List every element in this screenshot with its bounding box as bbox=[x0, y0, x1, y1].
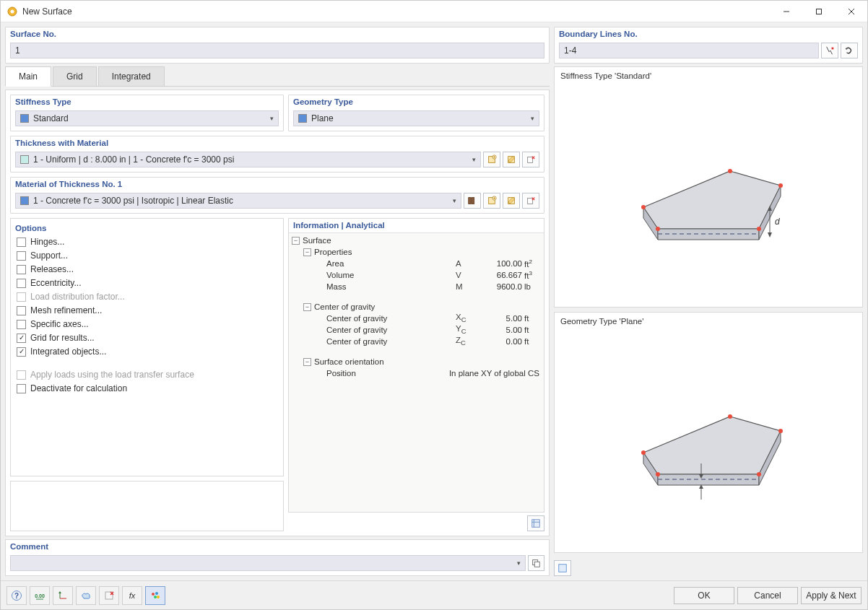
svg-marker-43 bbox=[643, 417, 781, 474]
option-releases[interactable]: Releases... bbox=[17, 264, 277, 274]
svg-point-69 bbox=[157, 596, 160, 598]
edit-thickness-button[interactable] bbox=[503, 152, 520, 167]
svg-point-38 bbox=[778, 183, 783, 188]
delete-thickness-button[interactable] bbox=[522, 152, 539, 167]
surface-no-group: Surface No. bbox=[5, 27, 550, 64]
information-box: Information | Analytical −Surface −Prope… bbox=[288, 218, 544, 513]
stiffness-type-combo[interactable]: Standard ▾ bbox=[15, 110, 279, 126]
information-tree[interactable]: −Surface −Properties AreaA100.00ft2 Volu… bbox=[289, 232, 544, 512]
svg-rect-30 bbox=[535, 562, 540, 567]
close-button[interactable] bbox=[835, 1, 867, 22]
colors-button[interactable] bbox=[145, 586, 165, 605]
preview-settings-button[interactable] bbox=[554, 560, 571, 576]
tab-main[interactable]: Main bbox=[5, 66, 51, 87]
collapse-icon[interactable]: − bbox=[303, 358, 311, 366]
option-hinges[interactable]: Hinges... bbox=[17, 237, 277, 247]
option-load-dist-label: Load distribution factor... bbox=[30, 292, 125, 302]
collapse-icon[interactable]: − bbox=[303, 248, 311, 256]
geometry-preview-title: Geometry Type 'Plane' bbox=[559, 315, 858, 327]
boundary-lines-label: Boundary Lines No. bbox=[555, 27, 862, 40]
tree-cog-z-row: Center of gravityZC0.00ft bbox=[289, 336, 544, 347]
pick-lines-button[interactable] bbox=[821, 43, 838, 58]
collapse-icon[interactable]: − bbox=[292, 237, 300, 245]
option-mesh-label: Mesh refinement... bbox=[30, 305, 102, 315]
option-eccentricity-label: Eccentricity... bbox=[30, 278, 81, 288]
svg-rect-3 bbox=[816, 9, 821, 14]
tree-surface[interactable]: −Surface bbox=[289, 235, 544, 246]
svg-marker-31 bbox=[643, 171, 781, 229]
window-buttons bbox=[770, 1, 867, 22]
svg-point-66 bbox=[152, 593, 155, 596]
stiffness-type-group: Stiffness Type Standard ▾ bbox=[10, 95, 284, 131]
svg-rect-16 bbox=[469, 198, 472, 204]
svg-rect-55 bbox=[559, 565, 567, 572]
delete-material-button[interactable] bbox=[522, 193, 539, 209]
option-support[interactable]: Support... bbox=[17, 250, 277, 261]
maximize-button[interactable] bbox=[802, 1, 835, 22]
option-integrated-objects[interactable]: ✓Integrated objects... bbox=[17, 347, 277, 357]
units-button[interactable]: 0.00 bbox=[30, 586, 50, 605]
svg-point-48 bbox=[641, 450, 646, 455]
geometry-value: Plane bbox=[311, 113, 526, 123]
option-deactivate[interactable]: Deactivate for calculation bbox=[17, 383, 277, 393]
footer-toolbar: ? 0.00 fx bbox=[6, 586, 165, 605]
cloud-button[interactable] bbox=[76, 586, 96, 605]
edit-material-button[interactable] bbox=[503, 193, 520, 209]
svg-point-67 bbox=[155, 592, 158, 595]
information-settings-button[interactable] bbox=[527, 515, 544, 531]
option-eccentricity[interactable]: Eccentricity... bbox=[17, 278, 277, 288]
comment-combo[interactable]: ▾ bbox=[10, 555, 526, 571]
tree-area-row: AreaA100.00ft2 bbox=[289, 258, 544, 269]
tree-properties[interactable]: −Properties bbox=[289, 246, 544, 258]
tree-volume-row: VolumeV66.667ft3 bbox=[289, 269, 544, 281]
reverse-button[interactable] bbox=[841, 43, 858, 58]
chevron-down-icon: ▾ bbox=[472, 156, 476, 163]
comment-copy-button[interactable] bbox=[528, 555, 544, 571]
option-specific-axes[interactable]: Specific axes... bbox=[17, 319, 277, 329]
option-mesh-refinement[interactable]: Mesh refinement... bbox=[17, 305, 277, 315]
surface-no-input[interactable] bbox=[10, 43, 544, 58]
tree-cog[interactable]: −Center of gravity bbox=[289, 301, 544, 313]
svg-point-50 bbox=[778, 429, 783, 433]
tab-integrated[interactable]: Integrated bbox=[98, 66, 165, 86]
ok-button[interactable]: OK bbox=[674, 587, 734, 604]
stiffness-preview-canvas: d bbox=[559, 82, 858, 304]
apply-next-button[interactable]: Apply & Next bbox=[801, 587, 862, 604]
material-combo[interactable]: 1 - Concrete f'c = 3000 psi | Isotropic … bbox=[15, 193, 461, 209]
option-grid-results[interactable]: ✓Grid for results... bbox=[17, 333, 277, 343]
thickness-combo[interactable]: 1 - Uniform | d : 8.000 in | 1 - Concret… bbox=[15, 152, 481, 167]
axes-button[interactable] bbox=[53, 586, 73, 605]
tabs-bar: Main Grid Integrated bbox=[5, 66, 550, 87]
boundary-lines-input[interactable] bbox=[559, 43, 819, 58]
script-button[interactable]: fx bbox=[122, 586, 142, 605]
geometry-type-combo[interactable]: Plane ▾ bbox=[293, 110, 539, 126]
new-thickness-button[interactable] bbox=[483, 152, 500, 167]
main-row: Main Grid Integrated Stiffness Type Stan… bbox=[5, 66, 863, 576]
top-row: Surface No. Boundary Lines No. bbox=[5, 27, 863, 64]
tree-cog-y-row: Center of gravityYC5.00ft bbox=[289, 324, 544, 336]
options-box: Options Hinges... Support... Releases...… bbox=[10, 218, 284, 476]
option-support-label: Support... bbox=[30, 250, 68, 261]
comment-group: Comment ▾ bbox=[5, 539, 550, 576]
svg-rect-26 bbox=[532, 520, 540, 528]
cancel-button[interactable]: Cancel bbox=[737, 587, 798, 604]
library-material-button[interactable] bbox=[464, 193, 481, 209]
option-releases-label: Releases... bbox=[30, 264, 74, 274]
geometry-swatch-icon bbox=[298, 114, 307, 123]
tree-orientation[interactable]: −Surface orientation bbox=[289, 356, 544, 367]
stiffness-value: Standard bbox=[33, 113, 266, 123]
stiffness-swatch-icon bbox=[20, 114, 29, 123]
geometry-type-label: Geometry Type bbox=[289, 95, 544, 108]
delete-button[interactable] bbox=[99, 586, 119, 605]
collapse-icon[interactable]: − bbox=[303, 303, 311, 311]
help-button[interactable]: ? bbox=[6, 586, 27, 605]
new-material-button[interactable] bbox=[483, 193, 500, 209]
minimize-button[interactable] bbox=[770, 1, 802, 22]
tab-grid[interactable]: Grid bbox=[53, 66, 97, 86]
thickness-group: Thickness with Material 1 - Uniform | d … bbox=[10, 136, 544, 173]
window-title: New Surface bbox=[22, 6, 770, 17]
right-column: Stiffness Type 'Standard' d bbox=[554, 66, 863, 576]
footer-bar: ? 0.00 fx OK Cancel Apply & Next bbox=[1, 580, 867, 609]
svg-point-1 bbox=[11, 9, 14, 13]
svg-text:0.00: 0.00 bbox=[35, 593, 45, 598]
